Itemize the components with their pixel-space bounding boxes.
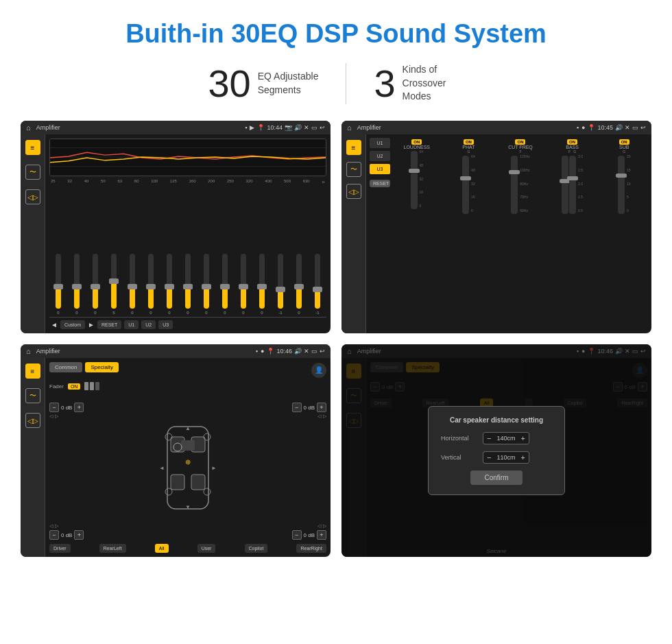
vertical-plus[interactable]: + <box>520 453 525 462</box>
vertical-minus[interactable]: − <box>487 453 491 462</box>
car-diagram: ⊕ ▲ ▼ ◄ ► <box>154 423 222 512</box>
xover-content: ≡ 〜 ◁▷ U1 U2 U3 RESET ON LOUDNESS <box>341 134 651 333</box>
eq-wave-icon[interactable]: 〜 <box>25 165 40 180</box>
spec-all-btn[interactable]: All <box>155 544 169 553</box>
eq-speaker-icon[interactable]: ◁▷ <box>25 189 40 204</box>
fader-on-badge[interactable]: ON <box>68 383 81 390</box>
spec-rear-left-btn[interactable]: RearLeft <box>99 544 126 553</box>
vol-bl-plus[interactable]: + <box>74 530 84 540</box>
xover-speaker-icon[interactable]: ◁▷ <box>346 184 361 199</box>
eq-slider-6[interactable]: 0 <box>143 254 158 315</box>
eq-custom-label: Custom <box>60 320 85 329</box>
horizontal-label: Horizontal <box>441 435 479 442</box>
horizontal-value: 140cm <box>494 435 518 442</box>
eq-slider-3[interactable]: 0 <box>88 254 103 315</box>
eq-slider-5[interactable]: 0 <box>125 254 140 315</box>
band-bass-on[interactable]: ON <box>567 139 577 145</box>
band-loudness-on[interactable]: ON <box>411 139 422 145</box>
band-sub-slider[interactable] <box>618 156 625 214</box>
eq-main-area: 253240506380100125160200250320400500630 … <box>45 134 331 333</box>
eq-slider-11[interactable]: 0 <box>236 254 251 315</box>
xover-u1-btn[interactable]: U1 <box>370 138 390 148</box>
spec-filter-icon[interactable]: ≡ <box>25 363 40 379</box>
band-cutfreq: ON CUT FREQ F 125Hz100Hz80Hz70Hz60Hz <box>496 139 544 215</box>
eq-slider-10[interactable]: 0 <box>217 254 232 315</box>
location-icon-xover: 📍 <box>588 124 595 131</box>
eq-number: 30 <box>208 61 250 106</box>
vol-bottom-left: ◁▷ − 0 dB + <box>49 523 84 540</box>
band-phat-slider[interactable] <box>462 156 469 214</box>
band-bass-slider-g[interactable] <box>569 156 576 214</box>
back-icon[interactable]: ↩ <box>320 124 325 131</box>
spec-common-btn[interactable]: Common <box>49 362 82 372</box>
spec-specialty-btn[interactable]: Specialty <box>85 362 118 372</box>
eq-slider-12[interactable]: 0 <box>254 254 269 315</box>
xover-u2-btn[interactable]: U2 <box>370 151 390 161</box>
band-phat-on[interactable]: ON <box>464 139 474 145</box>
screen-icon-spec: ▭ <box>311 348 317 355</box>
band-cutfreq-slider[interactable] <box>511 156 518 214</box>
eq-prev-btn[interactable]: ◄ <box>51 321 58 329</box>
vol-tr-minus[interactable]: − <box>292 403 302 412</box>
eq-slider-15[interactable]: -1 <box>310 254 325 315</box>
status-bar-spec: ⌂ Amplifier ▪ ● 📍 10:46 🔊 ✕ ▭ ↩ <box>21 344 331 358</box>
eq-slider-8[interactable]: 0 <box>180 254 195 315</box>
vol-br-minus[interactable]: − <box>292 530 302 540</box>
svg-text:►: ► <box>211 465 217 471</box>
eq-slider-9[interactable]: 0 <box>199 254 214 315</box>
spec-rear-right-btn[interactable]: RearRight <box>296 544 326 553</box>
eq-slider-4[interactable]: 5 <box>106 254 121 315</box>
xover-u3-btn[interactable]: U3 <box>370 164 390 174</box>
xover-reset-btn[interactable]: RESET <box>370 180 390 187</box>
eq-slider-13[interactable]: -1 <box>273 254 288 315</box>
eq-slider-1[interactable]: 0 <box>51 254 66 315</box>
horizontal-minus[interactable]: − <box>487 434 491 442</box>
spec-wave-icon[interactable]: 〜 <box>25 388 40 403</box>
spec-copilot-btn[interactable]: Copilot <box>245 544 268 553</box>
svg-rect-8 <box>191 475 205 490</box>
eq-freq-labels: 253240506380100125160200250320400500630 … <box>49 179 326 185</box>
vol-br-plus[interactable]: + <box>317 530 326 540</box>
vol-bl-minus[interactable]: − <box>49 530 59 540</box>
user-icon: 👤 <box>311 363 326 378</box>
spec-speaker-icon[interactable]: ◁▷ <box>25 413 40 428</box>
play-icon: ▶ <box>250 124 254 131</box>
xover-filter-icon[interactable]: ≡ <box>346 140 361 155</box>
band-bass-slider-f[interactable] <box>562 156 568 214</box>
vol-tr-plus[interactable]: + <box>317 403 326 412</box>
back-icon-xover[interactable]: ↩ <box>640 124 646 131</box>
eq-next-btn[interactable]: ► <box>88 321 95 329</box>
eq-u2-btn[interactable]: U2 <box>141 320 156 329</box>
status-icons-eq: 📍 10:44 📷 🔊 ✕ ▭ ↩ <box>257 124 325 131</box>
home-icon-spec[interactable]: ⌂ <box>26 347 31 355</box>
stat-crossover: 3 Kinds ofCrossover Modes <box>346 61 491 106</box>
home-icon-xover[interactable]: ⌂ <box>347 123 352 132</box>
fader-row: Fader ON <box>49 382 326 390</box>
eq-filter-icon[interactable]: ≡ <box>25 140 40 155</box>
vol-tl-minus[interactable]: − <box>49 403 59 412</box>
spec-driver-btn[interactable]: Driver <box>49 544 71 553</box>
band-cutfreq-on[interactable]: ON <box>515 139 525 145</box>
eq-label: EQ AdjustableSegments <box>258 70 319 97</box>
record-icon-xover: ▪ <box>577 124 579 131</box>
eq-slider-14[interactable]: 0 <box>291 254 307 315</box>
confirm-button[interactable]: Confirm <box>470 470 522 485</box>
crossover-label: Kinds ofCrossover Modes <box>403 63 464 104</box>
eq-u3-btn[interactable]: U3 <box>158 320 173 329</box>
svg-text:◄: ◄ <box>159 465 165 471</box>
xover-sidebar: ≡ 〜 ◁▷ <box>341 134 366 333</box>
spec-bottom-buttons: Driver RearLeft All User Copilot RearRig… <box>49 544 326 553</box>
horizontal-plus[interactable]: + <box>520 434 525 442</box>
band-sub-on[interactable]: ON <box>619 139 629 145</box>
xover-wave-icon[interactable]: 〜 <box>346 162 361 177</box>
eq-reset-btn[interactable]: RESET <box>97 320 121 329</box>
band-loudness-slider[interactable] <box>411 151 418 209</box>
spec-user-btn[interactable]: User <box>197 544 216 553</box>
eq-slider-7[interactable]: 0 <box>162 254 177 315</box>
vol-tl-plus[interactable]: + <box>74 403 84 412</box>
eq-u1-btn[interactable]: U1 <box>124 320 139 329</box>
home-icon[interactable]: ⌂ <box>26 123 31 132</box>
back-icon-spec[interactable]: ↩ <box>320 348 325 355</box>
eq-slider-2[interactable]: 0 <box>69 254 84 315</box>
dot-icon-xover: ● <box>581 124 585 131</box>
